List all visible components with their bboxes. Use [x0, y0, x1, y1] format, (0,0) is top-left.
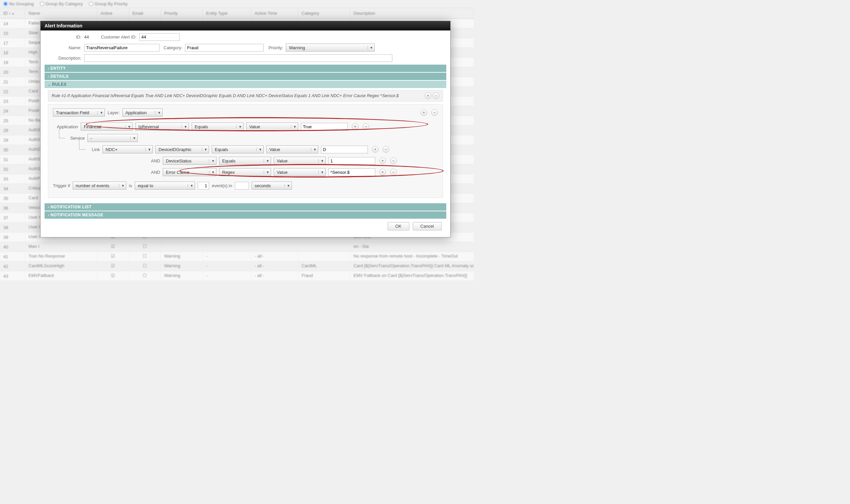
- section-entity[interactable]: ›ENTITY: [45, 65, 446, 72]
- select-trigger-metric[interactable]: number of events▼: [73, 181, 126, 190]
- chevron-down-icon: ▼: [368, 46, 373, 50]
- label-link: Link: [86, 147, 100, 152]
- select-cond3-op[interactable]: Regex▼: [219, 168, 271, 176]
- input-cond2-value[interactable]: [328, 157, 375, 165]
- add-condition-button[interactable]: +: [352, 123, 358, 130]
- select-trigger-comparator[interactable]: equal to▼: [135, 181, 195, 190]
- input-cond3-value[interactable]: [328, 168, 375, 176]
- input-name[interactable]: [84, 44, 159, 52]
- label-category: Category:: [163, 45, 182, 50]
- input-customer-alert-id[interactable]: [139, 33, 180, 41]
- label-trigger: Trigger if: [53, 183, 70, 188]
- chevron-right-icon: ›: [48, 205, 49, 209]
- select-cond1-field[interactable]: DeviceIDGraphic▼: [156, 145, 209, 154]
- select-layer[interactable]: Application▼: [122, 108, 162, 116]
- remove-condition-button[interactable]: −: [383, 146, 389, 153]
- remove-condition-button[interactable]: −: [390, 157, 397, 164]
- select-app-operator[interactable]: Equals▼: [192, 123, 244, 131]
- section-notification-message[interactable]: ›NOTIFICATION MESSAGE: [45, 211, 446, 219]
- chevron-down-icon: ▼: [291, 125, 297, 129]
- value-id: 44: [84, 35, 89, 39]
- label-and: AND: [147, 170, 160, 175]
- chevron-down-icon: ▼: [209, 159, 215, 163]
- input-trigger-count[interactable]: [198, 182, 209, 190]
- rules-area: Rule #1-If Application Financial IsRever…: [45, 88, 446, 203]
- select-app-valuetype[interactable]: Value▼: [246, 123, 298, 131]
- chevron-down-icon: ▼: [318, 159, 324, 163]
- remove-rule-button[interactable]: −: [432, 92, 439, 99]
- rule-summary-row: Rule #1-If Application Financial IsRever…: [48, 90, 443, 102]
- add-block-button[interactable]: +: [421, 109, 427, 116]
- chevron-down-icon: ⌄: [48, 83, 51, 86]
- rule-builder: Transaction Field▼ Layer: Application▼ +…: [48, 104, 443, 198]
- select-application[interactable]: Financial▼: [81, 123, 133, 131]
- input-description[interactable]: [84, 54, 392, 62]
- select-cond3-field[interactable]: Error Cause▼: [163, 168, 216, 176]
- chevron-right-icon: ›: [48, 75, 49, 78]
- chevron-down-icon: ▼: [318, 170, 324, 174]
- select-cond3-vt[interactable]: Value▼: [274, 168, 326, 176]
- remove-condition-button[interactable]: −: [362, 123, 369, 130]
- chevron-down-icon: ▼: [236, 125, 242, 129]
- select-cond1-vt[interactable]: Value▼: [266, 145, 318, 154]
- label-id: ID:: [45, 35, 82, 39]
- select-cond2-op[interactable]: Equals▼: [219, 157, 271, 165]
- add-condition-button[interactable]: +: [379, 169, 386, 176]
- rule-summary-text: Rule #1-If Application Financial IsRever…: [52, 93, 399, 98]
- section-rules[interactable]: ⌄RULES: [45, 81, 446, 88]
- chevron-down-icon: ▼: [155, 111, 161, 114]
- select-priority[interactable]: Warning▼: [286, 43, 375, 52]
- chevron-down-icon: ▼: [125, 125, 131, 129]
- select-cond2-vt[interactable]: Value▼: [274, 157, 326, 165]
- chevron-down-icon: ▼: [209, 170, 215, 174]
- ok-button[interactable]: OK: [388, 222, 409, 230]
- section-details[interactable]: ›DETAILS: [45, 73, 446, 80]
- add-condition-button[interactable]: +: [372, 146, 378, 153]
- chevron-right-icon: ›: [48, 67, 49, 70]
- select-link[interactable]: NDC+▼: [103, 145, 153, 154]
- chevron-down-icon: ▼: [119, 184, 125, 187]
- chevron-down-icon: ▼: [256, 148, 262, 151]
- input-category[interactable]: [185, 44, 264, 52]
- chevron-down-icon: ▼: [202, 148, 207, 151]
- label-layer: Layer:: [108, 110, 120, 115]
- remove-block-button[interactable]: −: [431, 109, 438, 116]
- select-cond2-field[interactable]: DeviceStatus▼: [163, 157, 216, 165]
- chevron-down-icon: ▼: [311, 148, 317, 151]
- select-cond1-op[interactable]: Equals▼: [212, 145, 264, 154]
- chevron-down-icon: ▼: [130, 136, 136, 140]
- label-and: AND: [147, 158, 160, 163]
- chevron-right-icon: ›: [48, 213, 49, 217]
- section-notification-list[interactable]: ›NOTIFICATION LIST: [45, 203, 446, 211]
- add-condition-button[interactable]: +: [379, 157, 386, 164]
- label-application: Application: [53, 124, 78, 129]
- chevron-down-icon: ▼: [182, 125, 187, 129]
- label-is: is: [129, 183, 132, 188]
- input-app-value[interactable]: [301, 123, 348, 131]
- select-source-type[interactable]: Transaction Field▼: [53, 108, 105, 116]
- chevron-down-icon: ▼: [98, 111, 103, 114]
- label-priority: Priority:: [268, 45, 283, 50]
- add-rule-button[interactable]: +: [425, 92, 431, 99]
- chevron-down-icon: ▼: [145, 148, 151, 151]
- chevron-down-icon: ▼: [264, 170, 269, 174]
- label-customer-alert-id: Customer Alert ID:: [101, 35, 136, 39]
- cancel-button[interactable]: Cancel: [413, 222, 442, 230]
- modal-overlay: Alert Information ID: 44 Customer Alert …: [0, 0, 474, 281]
- label-description: Description:: [45, 56, 82, 60]
- alert-information-dialog: Alert Information ID: 44 Customer Alert …: [40, 21, 450, 237]
- remove-condition-button[interactable]: −: [390, 169, 397, 176]
- chevron-down-icon: ▼: [188, 184, 193, 187]
- dialog-title: Alert Information: [40, 21, 450, 31]
- input-cond1-value[interactable]: [321, 146, 368, 154]
- label-name: Name:: [45, 45, 82, 50]
- select-app-field[interactable]: IsReversal▼: [135, 123, 189, 131]
- input-trigger-window[interactable]: [235, 182, 249, 190]
- select-trigger-unit[interactable]: seconds▼: [252, 181, 292, 190]
- label-events-in: event(s) in: [212, 183, 232, 188]
- chevron-down-icon: ▼: [264, 159, 269, 163]
- chevron-down-icon: ▼: [284, 184, 290, 187]
- select-service[interactable]: -▼: [87, 134, 138, 142]
